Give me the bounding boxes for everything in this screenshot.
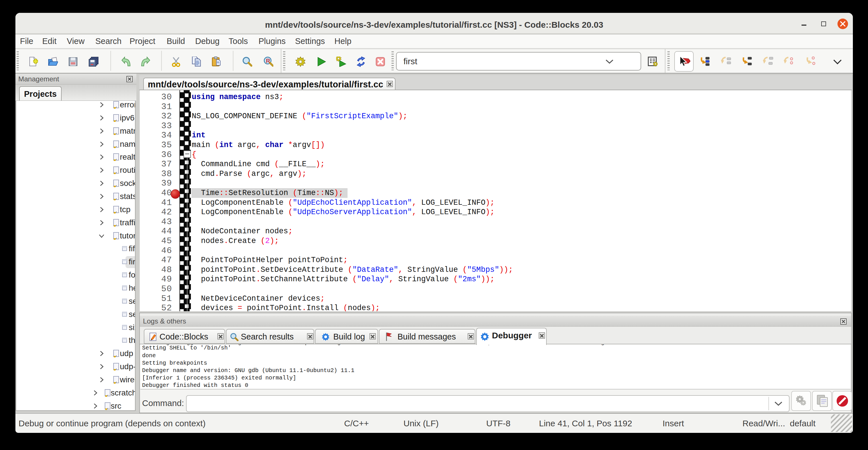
svg-text:R: R xyxy=(266,58,270,64)
